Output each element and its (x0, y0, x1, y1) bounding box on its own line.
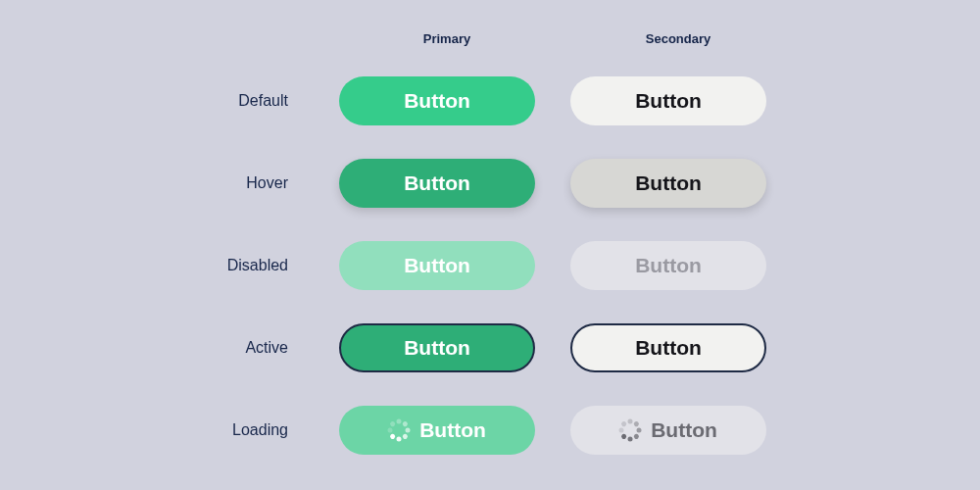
primary-default-button[interactable]: Button (339, 76, 535, 125)
primary-hover-button[interactable]: Button (339, 159, 535, 208)
button-label-text: Button (651, 418, 717, 442)
spinner-icon (388, 419, 410, 441)
secondary-active-button[interactable]: Button (570, 323, 766, 372)
row-label-disabled: Disabled (108, 257, 323, 274)
primary-disabled-button: Button (339, 241, 535, 290)
row-label-loading: Loading (108, 421, 323, 439)
row-label-active: Active (108, 339, 323, 357)
secondary-disabled-button: Button (570, 241, 766, 290)
secondary-loading-button: Button (570, 406, 766, 455)
column-header-secondary: Secondary (570, 31, 786, 46)
primary-active-button[interactable]: Button (339, 323, 535, 372)
button-states-grid: Primary Secondary Default Button Button … (108, 31, 786, 458)
button-label-text: Button (419, 418, 486, 442)
secondary-hover-button[interactable]: Button (570, 159, 766, 208)
row-label-hover: Hover (108, 174, 323, 192)
secondary-default-button[interactable]: Button (570, 76, 766, 125)
row-label-default: Default (108, 92, 323, 110)
primary-loading-button: Button (339, 406, 535, 455)
spinner-icon (619, 419, 641, 441)
column-header-primary: Primary (339, 31, 555, 46)
